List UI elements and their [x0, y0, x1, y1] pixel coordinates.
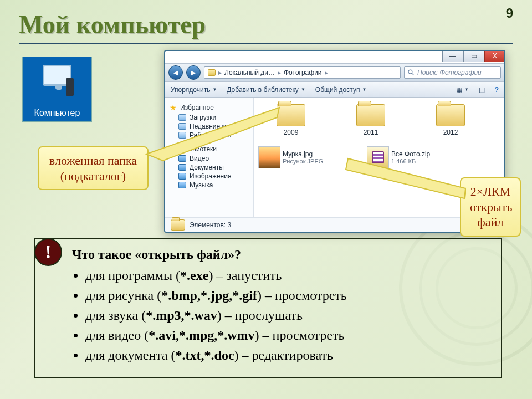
sidebar-libraries[interactable]: Библиотеки — [170, 144, 249, 154]
chevron-right-icon: ▸ — [278, 69, 281, 76]
sidebar-item-video[interactable]: Видео — [170, 154, 249, 163]
file-name: Мурка.jpg — [283, 150, 323, 158]
list-item: для рисунка (*.bmp,*.jpg,*.gif) – просмо… — [85, 285, 489, 305]
back-button[interactable]: ◄ — [168, 65, 183, 80]
minimize-button[interactable]: — — [442, 50, 463, 62]
drive-icon — [208, 69, 216, 76]
toolbar: Упорядочить▼ Добавить в библиотеку▼ Общи… — [165, 82, 504, 98]
address-bar: ◄ ► ▸ Локальный ди… ▸ Фотографии ▸ Поиск… — [165, 63, 504, 82]
status-bar: Элементов: 3 — [165, 217, 504, 232]
sidebar-item-desktop[interactable]: Рабочий стол — [170, 131, 249, 140]
chevron-right-icon: ▸ — [218, 69, 222, 76]
computer-label: Компьютер — [23, 108, 91, 118]
file-meta: 1 466 КБ — [391, 158, 430, 165]
add-library-menu[interactable]: Добавить в библиотеку▼ — [227, 86, 305, 94]
folder-icon — [178, 182, 186, 188]
list-item: для документа (*.txt,*.doc) – редактиров… — [85, 345, 489, 365]
tower-icon — [66, 78, 74, 96]
folder-label: 2009 — [284, 129, 299, 136]
callout-subfolder: вложенная папка (подкаталог) — [38, 146, 149, 190]
search-input[interactable]: Поиск: Фотографии — [404, 66, 501, 79]
folder-icon — [277, 104, 305, 126]
chevron-down-icon: ▼ — [301, 87, 305, 92]
search-icon — [408, 69, 415, 76]
sidebar-item-music[interactable]: Музыка — [170, 181, 249, 190]
preview-pane-button[interactable]: ◫ — [479, 86, 485, 94]
sidebar-item-documents[interactable]: Документы — [170, 163, 249, 172]
library-icon — [170, 146, 177, 152]
folder-icon — [178, 155, 186, 162]
maximize-button[interactable]: ▭ — [463, 50, 484, 62]
folder-icon — [178, 114, 186, 121]
close-button[interactable]: X — [484, 50, 505, 62]
file-jpg[interactable]: Мурка.jpg Рисунок JPEG — [258, 146, 352, 168]
folder-icon — [356, 104, 385, 126]
folder-icon — [178, 132, 186, 139]
folder-icon — [171, 219, 185, 231]
sidebar-item-downloads[interactable]: Загрузки — [170, 113, 249, 122]
folder-icon — [178, 173, 186, 180]
archive-file-icon — [367, 146, 389, 168]
explorer-window: — ▭ X ◄ ► ▸ Локальный ди… ▸ Фотографии ▸… — [164, 50, 505, 233]
callout-doubleclick: 2×ЛКМ открыть файл — [460, 177, 521, 237]
page-title: Мой компьютер — [19, 10, 513, 44]
chevron-down-icon: ▼ — [362, 87, 366, 92]
file-name: Все Фото.zip — [391, 150, 430, 158]
folder-icon — [436, 104, 465, 126]
folder-icon — [178, 164, 186, 171]
page-number: 9 — [506, 6, 513, 21]
folder-2009[interactable]: 2009 — [258, 104, 324, 136]
info-list: для программы (*.exe) – запустить для ри… — [72, 265, 489, 365]
info-question: Что такое «открыть файл»? — [72, 247, 489, 262]
breadcrumb[interactable]: ▸ Локальный ди… ▸ Фотографии ▸ — [204, 66, 401, 79]
list-item: для видео (*.avi,*.mpg,*.wmv) – просмотр… — [85, 325, 489, 345]
path-seg-1: Локальный ди… — [224, 69, 275, 76]
svg-point-0 — [408, 70, 412, 74]
attention-badge: ! — [34, 238, 62, 266]
share-menu[interactable]: Общий доступ▼ — [315, 86, 367, 94]
search-placeholder: Поиск: Фотографии — [417, 69, 482, 76]
explorer-body: ★Избранное Загрузки Недавние места Рабоч… — [165, 98, 504, 217]
svg-line-1 — [412, 74, 414, 75]
sidebar-item-images[interactable]: Изображения — [170, 172, 249, 181]
list-item: для звука (*.mp3,*.wav) – прослушать — [85, 305, 489, 325]
sidebar: ★Избранное Загрузки Недавние места Рабоч… — [165, 98, 254, 217]
path-seg-2: Фотографии — [284, 69, 322, 76]
sidebar-favorites[interactable]: ★Избранное — [170, 102, 249, 113]
folder-2011[interactable]: 2011 — [338, 104, 403, 136]
forward-button[interactable]: ► — [186, 65, 201, 80]
window-controls: — ▭ X — [442, 50, 505, 62]
status-text: Элементов: 3 — [190, 221, 231, 229]
sidebar-item-recent[interactable]: Недавние места — [170, 122, 249, 131]
image-file-icon — [258, 146, 280, 168]
folder-label: 2012 — [443, 129, 458, 136]
help-button[interactable]: ? — [495, 86, 499, 94]
folder-label: 2011 — [364, 129, 378, 136]
star-icon: ★ — [170, 103, 177, 112]
file-meta: Рисунок JPEG — [283, 158, 323, 165]
list-item: для программы (*.exe) – запустить — [85, 265, 489, 285]
file-zip[interactable]: Все Фото.zip 1 466 КБ — [367, 146, 461, 168]
info-box: ! Что такое «открыть файл»? для программ… — [34, 238, 502, 378]
view-mode-button[interactable]: ▦ ▼ — [456, 86, 469, 94]
folder-icon — [178, 123, 186, 130]
chevron-right-icon: ▸ — [325, 69, 328, 76]
chevron-down-icon: ▼ — [212, 87, 217, 92]
computer-desktop-icon[interactable]: Компьютер — [22, 57, 92, 122]
folder-2012[interactable]: 2012 — [418, 104, 483, 136]
organize-menu[interactable]: Упорядочить▼ — [171, 86, 217, 94]
